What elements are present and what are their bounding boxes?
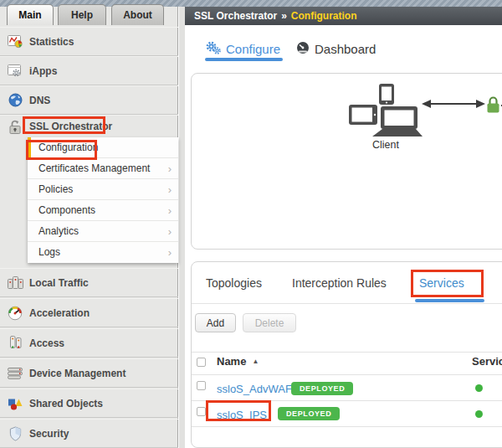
chevron-right-icon: › xyxy=(168,158,172,179)
acceleration-icon xyxy=(6,306,24,321)
services-panel-card: Topologies Interception Rules Services A… xyxy=(191,261,502,448)
breadcrumb-section: SSL Orchestrator xyxy=(194,10,277,22)
row-checkbox[interactable] xyxy=(197,381,206,390)
sidebar-item-label: Statistics xyxy=(29,36,74,48)
submenu-item-label: Analytics xyxy=(38,225,79,237)
tab-about[interactable]: About xyxy=(111,4,164,25)
sidebar-item-label: Device Management xyxy=(29,368,126,379)
client-label: Client xyxy=(349,139,423,151)
chevron-right-icon: › xyxy=(168,200,172,221)
sidebar-item-iapps[interactable]: iApps xyxy=(0,56,178,85)
client-devices-icon xyxy=(349,84,423,141)
column-header-label: Service xyxy=(472,355,502,368)
chevron-right-icon: › xyxy=(168,242,172,263)
ssl-lock-icon xyxy=(6,119,24,135)
double-arrow-icon xyxy=(422,98,485,113)
tab-main[interactable]: Main xyxy=(7,4,54,25)
tab-services-active-underline xyxy=(415,299,484,302)
topology-diagram-card: Client xyxy=(191,73,502,250)
select-all-checkbox[interactable] xyxy=(197,358,206,367)
shared-objects-icon xyxy=(6,396,24,410)
sidebar-item-dns[interactable]: DNS xyxy=(0,85,178,115)
submenu-item-logs[interactable]: Logs › xyxy=(28,242,178,263)
sidebar-item-ssl-orchestrator[interactable]: SSL Orchestrator xyxy=(0,115,178,137)
sidebar-item-label: Security xyxy=(29,428,69,440)
sidebar-item-local-traffic[interactable]: Local Traffic xyxy=(0,268,178,297)
status-badge: DEPLOYED xyxy=(291,382,353,395)
submenu-item-label: Logs xyxy=(38,246,60,258)
row-checkbox[interactable] xyxy=(197,407,206,416)
sidebar-item-access[interactable]: Access xyxy=(0,328,178,358)
sidebar-content-divider xyxy=(179,7,185,448)
submenu-item-configuration[interactable]: Configuration xyxy=(28,137,178,158)
tab-interception-rules[interactable]: Interception Rules xyxy=(292,276,387,290)
service-state-dot xyxy=(475,410,483,418)
ssl-orchestrator-page: Main Help About Statistics iApps DNS xyxy=(0,0,502,448)
sidebar-item-label: Acceleration xyxy=(29,307,90,319)
tab-row-divider xyxy=(192,303,502,304)
breadcrumb-separator-icon: » xyxy=(277,10,291,22)
sidebar-item-label: Shared Objects xyxy=(29,398,103,409)
chevron-right-icon: › xyxy=(168,179,172,200)
access-icon xyxy=(6,336,24,350)
tab-services[interactable]: Services xyxy=(419,276,464,290)
tab-topologies[interactable]: Topologies xyxy=(206,276,262,290)
column-header-service[interactable]: Service xyxy=(472,355,502,368)
column-header-label: Name xyxy=(217,355,246,368)
service-link-ips[interactable]: ssloS_IPS xyxy=(217,409,267,421)
tab-configure-label: Configure xyxy=(226,42,280,56)
security-icon xyxy=(6,426,24,441)
tab-configure[interactable]: Configure xyxy=(206,39,280,59)
service-link-advwaf[interactable]: ssloS_AdvWAF xyxy=(217,383,292,395)
sidebar-item-label: Local Traffic xyxy=(29,277,89,289)
breadcrumb-page: Configuration xyxy=(291,10,357,22)
ssl-green-lock-icon xyxy=(486,95,500,118)
submenu-item-label: Policies xyxy=(38,183,73,195)
status-badge: DEPLOYED xyxy=(278,407,340,420)
submenu-item-policies[interactable]: Policies › xyxy=(28,179,178,200)
sidebar-item-statistics[interactable]: Statistics xyxy=(0,27,178,56)
local-traffic-icon xyxy=(6,276,24,290)
device-management-icon xyxy=(6,367,24,380)
dns-icon xyxy=(6,93,24,107)
submenu-item-components[interactable]: Components › xyxy=(28,200,178,221)
submenu-item-certificates-management[interactable]: Certificates Management › xyxy=(28,158,178,179)
sidebar: Statistics iApps DNS SSL Orchestrator Co… xyxy=(0,7,178,448)
breadcrumb: SSL Orchestrator » Configuration xyxy=(185,7,502,25)
submenu-item-label: Configuration xyxy=(38,142,98,153)
sidebar-item-acceleration[interactable]: Acceleration xyxy=(0,298,178,327)
add-button[interactable]: Add xyxy=(195,313,236,332)
delete-button[interactable]: Delete xyxy=(243,313,296,332)
service-state-dot xyxy=(475,384,483,392)
dashboard-icon xyxy=(296,41,310,57)
ssl-orchestrator-submenu: Configuration Certificates Management › … xyxy=(28,137,178,263)
sort-ascending-icon: ▲ xyxy=(246,358,259,365)
sidebar-item-label: Access xyxy=(29,337,64,349)
table-border xyxy=(192,352,502,353)
chevron-right-icon: › xyxy=(168,221,172,242)
sidebar-item-label: iApps xyxy=(29,65,57,77)
submenu-item-label: Components xyxy=(38,204,95,216)
sidebar-item-device-management[interactable]: Device Management xyxy=(0,358,178,388)
tab-dashboard-label: Dashboard xyxy=(315,42,376,56)
table-border xyxy=(192,374,502,375)
gears-icon xyxy=(206,41,221,57)
submenu-item-label: Certificates Management xyxy=(38,162,150,174)
column-header-name[interactable]: Name▲ xyxy=(217,355,259,368)
iapps-icon xyxy=(6,64,24,78)
submenu-item-analytics[interactable]: Analytics › xyxy=(28,221,178,242)
sidebar-item-shared-objects[interactable]: Shared Objects xyxy=(0,389,178,418)
statistics-icon xyxy=(6,34,24,49)
sidebar-item-security[interactable]: Security xyxy=(0,419,178,448)
tab-dashboard[interactable]: Dashboard xyxy=(296,39,376,59)
table-border xyxy=(192,426,502,427)
sidebar-item-label: DNS xyxy=(29,95,50,106)
table-border xyxy=(192,400,502,401)
sidebar-item-label: SSL Orchestrator xyxy=(29,121,112,132)
tab-help[interactable]: Help xyxy=(58,4,106,25)
